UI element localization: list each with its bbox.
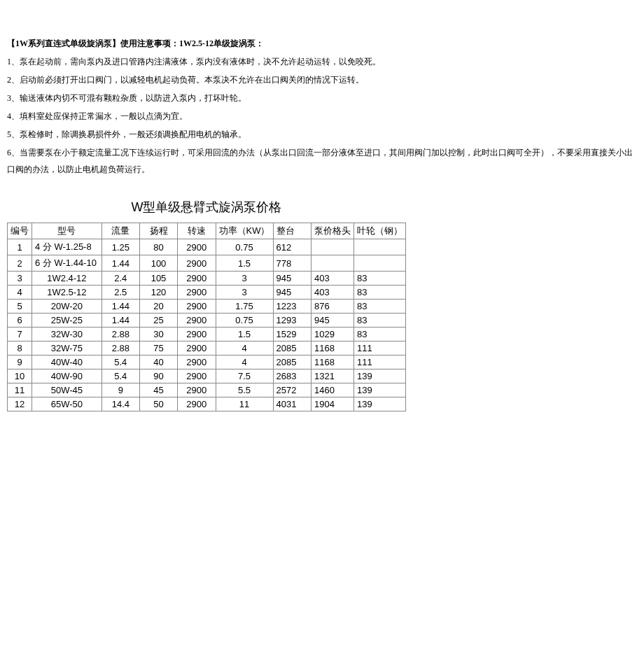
cell-flow: 2.88 <box>102 328 139 341</box>
cell-head: 105 <box>139 272 177 286</box>
table-row: 625W-251.442529000.75129394583 <box>8 314 406 328</box>
cell-impeller: 83 <box>354 300 405 314</box>
cell-speed: 2900 <box>178 255 216 272</box>
cell-whole: 2572 <box>273 383 311 397</box>
cell-power: 4 <box>216 355 273 369</box>
cell-pump <box>311 255 354 272</box>
cell-model: 40W-40 <box>32 355 102 369</box>
cell-head: 80 <box>139 239 177 255</box>
cell-flow: 9 <box>102 383 139 397</box>
cell-head: 90 <box>139 369 177 383</box>
cell-impeller: 139 <box>354 397 405 411</box>
cell-model: 40W-90 <box>32 369 102 383</box>
cell-speed: 2900 <box>178 286 216 300</box>
header-speed: 转速 <box>178 223 216 239</box>
cell-flow: 2.5 <box>102 286 139 300</box>
table-title: W型单级悬臂式旋涡泵价格 <box>7 199 406 216</box>
table-row: 31W2.4-122.41052900394540383 <box>8 272 406 286</box>
cell-impeller: 139 <box>354 383 405 397</box>
cell-flow: 5.4 <box>102 369 139 383</box>
cell-flow: 1.25 <box>102 239 139 255</box>
table-row: 26 分 W-1.44-101.4410029001.5778 <box>8 255 406 272</box>
cell-impeller: 83 <box>354 314 405 328</box>
table-row: 940W-405.4402900420851168111 <box>8 355 406 369</box>
cell-model: 32W-30 <box>32 328 102 341</box>
cell-speed: 2900 <box>178 300 216 314</box>
cell-speed: 2900 <box>178 355 216 369</box>
intro-item: 1、泵在起动前，需向泵内及进口管路内注满液体，泵内没有液体时，决不允许起动运转，… <box>7 53 637 70</box>
cell-power: 11 <box>216 397 273 411</box>
table-row: 520W-201.442029001.75122387683 <box>8 300 406 314</box>
cell-power: 1.5 <box>216 255 273 272</box>
cell-pump: 876 <box>311 300 354 314</box>
cell-impeller: 111 <box>354 355 405 369</box>
cell-pump: 1460 <box>311 383 354 397</box>
cell-pump <box>311 239 354 255</box>
cell-model: 4 分 W-1.25-8 <box>32 239 102 255</box>
table-row: 732W-302.883029001.51529102983 <box>8 328 406 341</box>
cell-speed: 2900 <box>178 314 216 328</box>
cell-speed: 2900 <box>178 239 216 255</box>
cell-head: 30 <box>139 328 177 341</box>
cell-no: 5 <box>8 300 32 314</box>
cell-pump: 403 <box>311 272 354 286</box>
table-row: 832W-752.88752900420851168111 <box>8 341 406 355</box>
cell-flow: 14.4 <box>102 397 139 411</box>
intro-item: 6、当需要泵在小于额定流量工况下连续运行时，可采用回流的办法（从泵出口回流一部分… <box>7 144 637 178</box>
cell-speed: 2900 <box>178 383 216 397</box>
intro-item: 4、填料室处应保持正常漏水，一般以点滴为宜。 <box>7 108 637 125</box>
header-power: 功率（KW） <box>216 223 273 239</box>
cell-model: 65W-50 <box>32 397 102 411</box>
header-head: 扬程 <box>139 223 177 239</box>
cell-pump: 403 <box>311 286 354 300</box>
cell-pump: 1321 <box>311 369 354 383</box>
cell-whole: 1223 <box>273 300 311 314</box>
intro-item: 2、启动前必须打开出口阀门，以减轻电机起动负荷。本泵决不允许在出口阀关闭的情况下… <box>7 71 637 88</box>
price-table: 编号 型号 流量 扬程 转速 功率（KW） 整台 泵价格头 叶轮（钢） 14 分… <box>7 223 406 411</box>
cell-power: 5.5 <box>216 383 273 397</box>
cell-no: 6 <box>8 314 32 328</box>
cell-no: 2 <box>8 255 32 272</box>
cell-whole: 945 <box>273 286 311 300</box>
cell-head: 50 <box>139 397 177 411</box>
cell-speed: 2900 <box>178 272 216 286</box>
cell-power: 1.75 <box>216 300 273 314</box>
cell-whole: 2085 <box>273 341 311 355</box>
cell-whole: 4031 <box>273 397 311 411</box>
cell-speed: 2900 <box>178 328 216 341</box>
cell-whole: 2085 <box>273 355 311 369</box>
table-row: 41W2.5-122.51202900394540383 <box>8 286 406 300</box>
cell-power: 7.5 <box>216 369 273 383</box>
cell-speed: 2900 <box>178 369 216 383</box>
header-flow: 流量 <box>102 223 139 239</box>
cell-no: 4 <box>8 286 32 300</box>
intro-item: 3、输送液体内切不可混有颗粒杂质，以防进入泵内，打坏叶轮。 <box>7 90 637 106</box>
cell-head: 75 <box>139 341 177 355</box>
cell-speed: 2900 <box>178 341 216 355</box>
cell-whole: 778 <box>273 255 311 272</box>
cell-whole: 1529 <box>273 328 311 341</box>
cell-flow: 2.88 <box>102 341 139 355</box>
cell-flow: 1.44 <box>102 314 139 328</box>
cell-power: 1.5 <box>216 328 273 341</box>
cell-flow: 1.44 <box>102 255 139 272</box>
cell-power: 4 <box>216 341 273 355</box>
cell-head: 20 <box>139 300 177 314</box>
table-row: 1040W-905.49029007.526831321139 <box>8 369 406 383</box>
header-impeller: 叶轮（钢） <box>354 223 405 239</box>
cell-pump: 1029 <box>311 328 354 341</box>
cell-head: 100 <box>139 255 177 272</box>
table-row: 1265W-5014.45029001140311904139 <box>8 397 406 411</box>
cell-no: 3 <box>8 272 32 286</box>
cell-head: 120 <box>139 286 177 300</box>
cell-no: 10 <box>8 369 32 383</box>
cell-impeller <box>354 239 405 255</box>
intro-title: 【1W系列直连式单级旋涡泵】使用注意事项：1W2.5-12单级旋涡泵： <box>7 35 637 52</box>
table-row: 1150W-4594529005.525721460139 <box>8 383 406 397</box>
cell-impeller <box>354 255 405 272</box>
cell-impeller: 83 <box>354 272 405 286</box>
header-pump: 泵价格头 <box>311 223 354 239</box>
cell-no: 8 <box>8 341 32 355</box>
cell-whole: 612 <box>273 239 311 255</box>
cell-pump: 1168 <box>311 341 354 355</box>
